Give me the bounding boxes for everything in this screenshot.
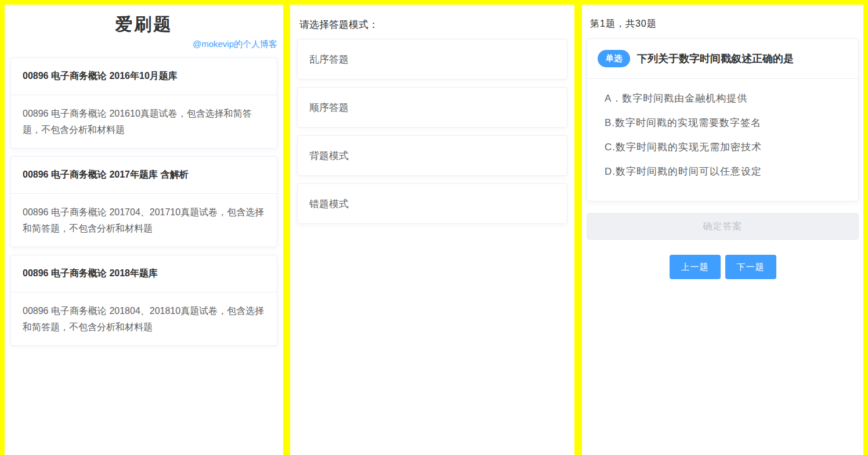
bank-title: 00896 电子商务概论 2016年10月题库	[11, 58, 277, 95]
mode-option[interactable]: 顺序答题	[297, 87, 567, 128]
confirm-answer-button[interactable]: 确定答案	[587, 213, 859, 240]
bank-card[interactable]: 00896 电子商务概论 2018年题库 00896 电子商务概论 201804…	[10, 255, 277, 346]
question-header: 单选 下列关于数字时间戳叙述正确的是	[587, 39, 858, 79]
app-title: 爱刷题	[5, 5, 283, 37]
bank-card[interactable]: 00896 电子商务概论 2017年题库 含解析 00896 电子商务概论 20…	[10, 156, 277, 247]
question-panel: 第1题，共30题 单选 下列关于数字时间戳叙述正确的是 A．数字时间戳由金融机构…	[582, 5, 863, 455]
mode-panel: 请选择答题模式： 乱序答题 顺序答题 背题模式 错题模式	[290, 5, 574, 455]
bank-card[interactable]: 00896 电子商务概论 2016年10月题库 00896 电子商务概论 201…	[10, 57, 277, 149]
question-card: 单选 下列关于数字时间戳叙述正确的是 A．数字时间戳由金融机构提供 B.数字时间…	[587, 38, 859, 201]
bank-panel: 爱刷题 @mokevip的个人博客 00896 电子商务概论 2016年10月题…	[5, 5, 283, 455]
mode-option-label: 背题模式	[309, 149, 349, 162]
bank-description: 00896 电子商务概论 201704、201710真题试卷，包含选择和简答题，…	[11, 194, 277, 247]
bank-title: 00896 电子商务概论 2017年题库 含解析	[11, 157, 277, 194]
next-question-button[interactable]: 下一题	[725, 255, 776, 279]
bank-title: 00896 电子商务概论 2018年题库	[11, 255, 277, 292]
mode-prompt: 请选择答题模式：	[290, 5, 574, 31]
blog-link-row: @mokevip的个人博客	[5, 37, 283, 50]
answer-option[interactable]: A．数字时间戳由金融机构提供	[605, 86, 849, 111]
mode-option-label: 乱序答题	[309, 53, 349, 66]
option-list: A．数字时间戳由金融机构提供 B.数字时间戳的实现需要数字签名 C.数字时间戳的…	[587, 79, 858, 201]
bank-list: 00896 电子商务概论 2016年10月题库 00896 电子商务概论 201…	[5, 57, 283, 346]
question-nav: 上一题 下一题	[582, 255, 863, 279]
question-progress: 第1题，共30题	[582, 5, 863, 30]
prev-question-button[interactable]: 上一题	[670, 255, 721, 279]
blog-link[interactable]: @mokevip的个人博客	[193, 39, 277, 49]
app: 爱刷题 @mokevip的个人博客 00896 电子商务概论 2016年10月题…	[0, 0, 868, 455]
question-text: 下列关于数字时间戳叙述正确的是	[637, 52, 794, 66]
mode-option[interactable]: 乱序答题	[297, 39, 567, 80]
single-choice-badge: 单选	[598, 50, 630, 67]
answer-option[interactable]: B.数字时间戳的实现需要数字签名	[605, 111, 849, 135]
mode-option-label: 顺序答题	[309, 101, 349, 114]
bank-description: 00896 电子商务概论 201804、201810真题试卷，包含选择和简答题，…	[11, 292, 277, 345]
bank-description: 00896 电子商务概论 201610真题试卷，包含选择和简答题，不包含分析和材…	[11, 95, 277, 148]
mode-option[interactable]: 背题模式	[297, 135, 567, 176]
mode-option[interactable]: 错题模式	[297, 183, 567, 224]
answer-option[interactable]: C.数字时间戳的实现无需加密技术	[605, 135, 849, 160]
answer-option[interactable]: D.数字时间戳的时间可以任意设定	[605, 160, 849, 184]
mode-option-label: 错题模式	[309, 197, 349, 211]
